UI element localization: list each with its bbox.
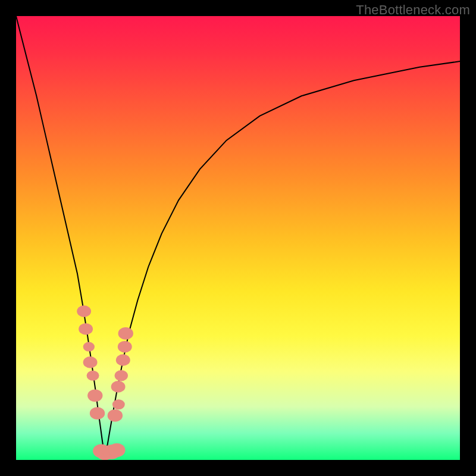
plot-area — [16, 16, 460, 460]
data-marker — [83, 356, 98, 368]
data-marker — [111, 381, 126, 393]
data-marker — [90, 407, 105, 419]
data-marker — [79, 323, 93, 335]
data-marker — [83, 342, 95, 352]
bottleneck-curve-chart — [16, 16, 460, 460]
data-marker — [115, 370, 128, 381]
data-marker — [108, 443, 125, 457]
data-marker — [108, 409, 123, 422]
data-marker — [112, 399, 125, 409]
curve-right-branch — [105, 61, 460, 458]
data-marker — [116, 354, 130, 366]
data-marker — [118, 327, 133, 340]
data-marker — [87, 389, 102, 402]
data-marker — [87, 371, 99, 381]
data-marker — [77, 305, 91, 317]
watermark-text: TheBottleneck.com — [356, 2, 470, 18]
chart-frame: TheBottleneck.com — [0, 0, 476, 476]
data-marker — [118, 341, 132, 353]
